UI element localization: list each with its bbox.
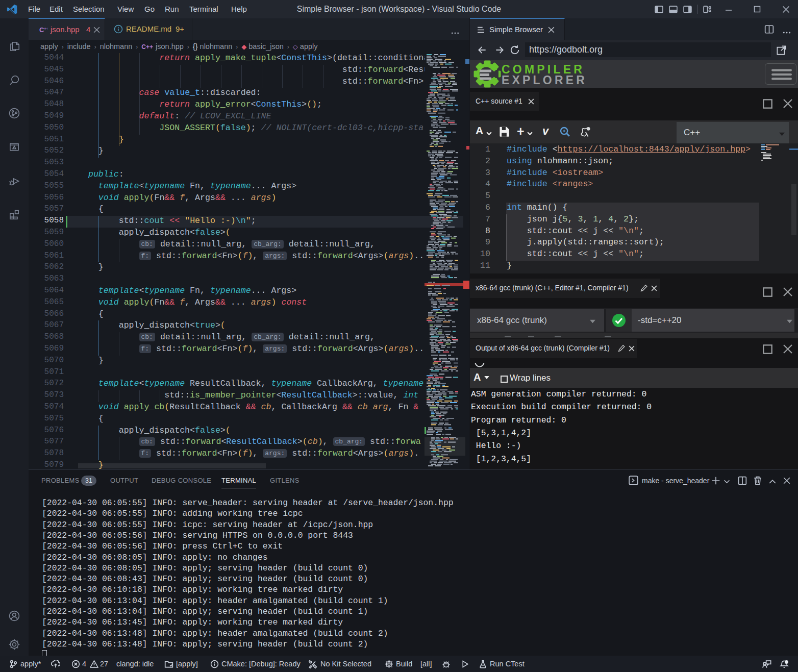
svg-text:++: ++ — [44, 27, 47, 31]
